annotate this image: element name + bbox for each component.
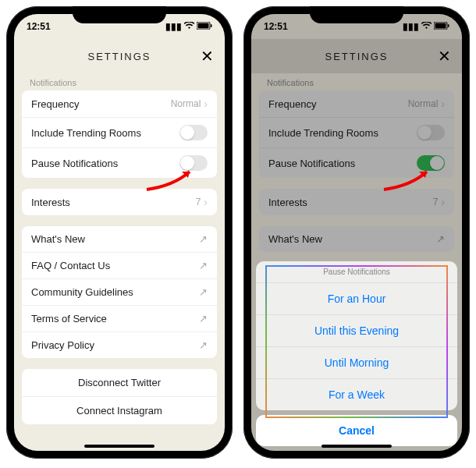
trending-toggle[interactable] [179,125,208,140]
screen-right: 12:51 ▮▮▮ SETTINGS ✕ Notifications Frequ… [251,14,462,451]
links-card: What's New ↗ FAQ / Contact Us ↗ Communit… [22,226,217,358]
page-title: SETTINGS [87,51,151,62]
wifi-icon [184,21,194,32]
status-time: 12:51 [27,21,51,32]
external-link-icon: ↗ [199,260,208,271]
external-link-icon: ↗ [199,313,208,324]
frequency-row[interactable]: Frequency Normal › [22,90,217,118]
content: Notifications Frequency Normal › Include… [14,73,225,424]
svg-rect-2 [211,24,212,27]
sheet-option-week[interactable]: For a Week [256,379,457,410]
interests-label: Interests [31,197,70,208]
external-link-icon: ↗ [199,286,208,298]
screen-left: 12:51 ▮▮▮ SETTINGS ✕ Notifications Frequ… [14,14,225,451]
chevron-right-icon: › [204,196,208,208]
pause-label: Pause Notifications [31,158,118,169]
signal-icon: ▮▮▮ [165,21,182,32]
sheet-option-hour[interactable]: For an Hour [256,283,457,315]
whats-new-row[interactable]: What's New ↗ [22,226,217,253]
disconnect-twitter-button[interactable]: Disconnect Twitter [22,369,217,397]
accounts-card: Disconnect Twitter Connect Instagram [22,369,217,424]
action-sheet: Pause Notifications For an Hour Until th… [256,261,457,410]
close-button[interactable]: ✕ [201,47,214,66]
external-link-icon: ↗ [199,339,208,351]
community-row[interactable]: Community Guidelines ↗ [22,279,217,306]
frequency-label: Frequency [31,98,79,110]
sheet-option-evening[interactable]: Until this Evening [256,315,457,347]
sheet-option-morning[interactable]: Until Morning [256,347,457,379]
sheet-title: Pause Notifications [256,261,457,283]
phone-left: 12:51 ▮▮▮ SETTINGS ✕ Notifications Frequ… [6,6,233,459]
whats-new-label: What's New [31,233,85,245]
external-link-icon: ↗ [199,233,208,245]
home-indicator[interactable] [321,445,392,448]
action-sheet-overlay[interactable]: Pause Notifications For an Hour Until th… [251,14,462,451]
interests-row[interactable]: Interests 7 › [22,189,217,215]
frequency-value: Normal [171,98,201,109]
faq-row[interactable]: FAQ / Contact Us ↗ [22,253,217,279]
faq-label: FAQ / Contact Us [31,260,110,271]
interests-value: 7 [196,197,201,207]
trending-row: Include Trending Rooms [22,118,217,148]
sheet-cancel-button[interactable]: Cancel [256,415,457,446]
header: SETTINGS ✕ [14,39,225,73]
notifications-card: Frequency Normal › Include Trending Room… [22,90,217,178]
notifications-section-label: Notifications [22,73,217,90]
home-indicator[interactable] [84,445,155,448]
connect-instagram-button[interactable]: Connect Instagram [22,397,217,424]
interests-card: Interests 7 › [22,189,217,215]
chevron-right-icon: › [204,98,208,110]
privacy-row[interactable]: Privacy Policy ↗ [22,332,217,358]
terms-row[interactable]: Terms of Service ↗ [22,306,217,332]
pause-row: Pause Notifications [22,148,217,178]
pause-toggle[interactable] [179,155,208,171]
svg-rect-1 [198,23,209,29]
community-label: Community Guidelines [31,286,133,298]
notch [73,6,166,23]
terms-label: Terms of Service [31,313,107,324]
privacy-label: Privacy Policy [31,339,94,351]
trending-label: Include Trending Rooms [31,127,141,139]
battery-icon [197,21,212,32]
status-icons: ▮▮▮ [165,21,212,32]
phone-right: 12:51 ▮▮▮ SETTINGS ✕ Notifications Frequ… [243,6,470,459]
